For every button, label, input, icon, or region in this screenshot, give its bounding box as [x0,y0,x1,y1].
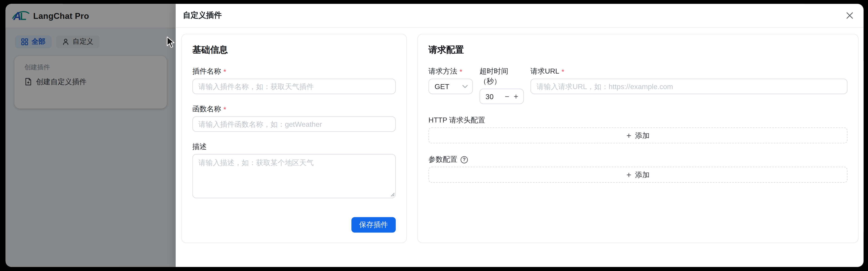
app-window: A L LangChat Pro [6,4,864,267]
basic-info-panel: 基础信息 插件名称 * 函数名称 * [181,34,407,243]
timeout-stepper[interactable]: 30 − + [479,89,524,104]
close-button[interactable] [844,10,855,21]
modal-title: 自定义插件 [183,10,222,21]
timeout-label: 超时时间（秒） [479,66,524,87]
add-header-label: 添加 [635,130,650,140]
url-field: 请求URL * [531,66,847,104]
add-param-button[interactable]: + 添加 [428,167,847,183]
description-field: 描述 [192,142,396,198]
function-name-label: 函数名称 * [192,104,396,114]
required-mark: * [223,105,226,113]
modal-backdrop[interactable] [6,4,176,267]
params-config-label: 参数配置 ? [428,155,847,164]
method-select-value: GET [434,82,449,91]
timeout-increment-button[interactable]: + [514,93,518,100]
method-label: 请求方法 * [428,66,473,76]
required-mark: * [561,68,564,75]
request-config-panel: 请求配置 请求方法 * GET [417,34,859,243]
required-mark: * [460,68,462,75]
save-plugin-button[interactable]: 保存插件 [351,217,396,233]
url-label: 请求URL * [531,66,847,76]
description-label: 描述 [192,142,396,151]
add-header-button[interactable]: + 添加 [428,128,847,143]
required-mark: * [223,68,226,75]
help-icon[interactable]: ? [461,156,468,163]
timeout-value: 30 [486,92,494,101]
add-param-label: 添加 [635,170,650,180]
timeout-field: 超时时间（秒） 30 − + [479,66,524,104]
modal-body: 基础信息 插件名称 * 函数名称 * [176,28,864,267]
timeout-decrement-button[interactable]: − [505,93,509,100]
chevron-down-icon [462,84,468,88]
save-row: 保存插件 [192,217,396,233]
resize-handle-icon[interactable] [390,192,395,197]
function-name-input[interactable] [192,116,396,132]
url-input[interactable] [531,79,847,94]
modal-header: 自定义插件 [176,4,864,28]
close-icon [846,12,854,20]
request-config-heading: 请求配置 [428,44,847,55]
function-name-field: 函数名称 * [192,104,396,132]
plugin-name-input[interactable] [192,79,396,94]
method-select[interactable]: GET [428,79,473,94]
plugin-name-field: 插件名称 * [192,66,396,94]
request-row: 请求方法 * GET [428,66,847,104]
method-field: 请求方法 * GET [428,66,473,104]
description-textarea[interactable] [192,154,396,198]
screenshot-stage: A L LangChat Pro [0,0,868,271]
custom-plugin-modal: 自定义插件 基础信息 [176,4,864,267]
http-headers-label: HTTP 请求头配置 [428,115,847,125]
plugin-name-label: 插件名称 * [192,66,396,76]
plus-icon: + [626,170,631,179]
plus-icon: + [626,131,631,139]
basic-info-heading: 基础信息 [192,44,396,55]
